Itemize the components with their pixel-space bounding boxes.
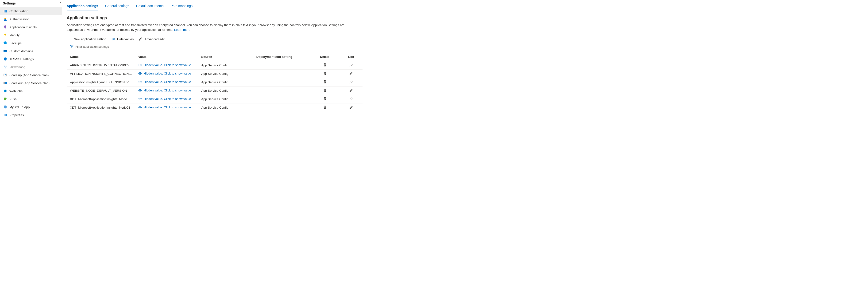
collapse-icon[interactable]: ▲	[59, 1, 61, 3]
delete-button[interactable]	[323, 72, 327, 75]
sidebar-item-tls-ssl-settings[interactable]: TLS/SSL settings	[0, 55, 62, 63]
sidebar-icon	[3, 49, 7, 53]
filter-input[interactable]	[75, 45, 139, 49]
sidebar-item-application-insights[interactable]: Application Insights	[0, 23, 62, 31]
hidden-value-button[interactable]: Hidden value. Click to show value	[138, 80, 191, 84]
delete-button[interactable]	[323, 88, 327, 92]
pencil-icon	[349, 97, 353, 101]
sidebar-item-label: TLS/SSL settings	[9, 57, 34, 61]
cell-slot	[253, 104, 310, 112]
sidebar-item-push[interactable]: Push	[0, 95, 62, 103]
th-slot[interactable]: Deployment slot setting	[253, 53, 310, 61]
sidebar-item-webjobs[interactable]: WebJobs	[0, 87, 62, 95]
edit-button[interactable]	[349, 80, 353, 84]
trash-icon	[323, 72, 327, 75]
sidebar-item-mysql-in-app[interactable]: MySQL In App	[0, 103, 62, 111]
tab-path-mappings[interactable]: Path mappings	[170, 3, 192, 11]
sidebar-icon	[3, 89, 7, 93]
edit-button[interactable]	[349, 72, 353, 75]
sidebar-item-label: Authentication	[9, 18, 30, 21]
sidebar-item-label: Properties	[9, 113, 24, 117]
svg-rect-0	[4, 10, 4, 12]
table-row: XDT_MicrosoftApplicationInsights_ModeHid…	[67, 95, 363, 104]
tab-default-documents[interactable]: Default documents	[136, 3, 164, 11]
svg-point-23	[140, 73, 141, 74]
svg-rect-1	[5, 10, 6, 12]
sidebar-icon	[3, 97, 7, 101]
svg-point-7	[5, 59, 5, 60]
sidebar-item-properties[interactable]: Properties	[0, 111, 62, 119]
edit-button[interactable]	[349, 97, 353, 101]
sidebar-item-label: MySQL In App	[9, 105, 30, 109]
pencil-icon	[349, 80, 353, 84]
pencil-icon	[139, 37, 143, 41]
trash-icon	[323, 80, 327, 84]
svg-rect-2	[6, 10, 7, 12]
sidebar-item-custom-domains[interactable]: Custom domains	[0, 47, 62, 55]
pencil-icon	[349, 63, 353, 67]
sidebar-item-authentication[interactable]: Authentication	[0, 15, 62, 23]
cell-slot	[253, 95, 310, 104]
hidden-value-button[interactable]: Hidden value. Click to show value	[138, 89, 191, 92]
sidebar-item-scale-out-app-service-plan-[interactable]: Scale out (App Service plan)	[0, 79, 62, 87]
th-value[interactable]: Value	[135, 53, 198, 61]
svg-rect-13	[5, 82, 7, 84]
cell-source: App Service Config	[198, 87, 253, 95]
svg-point-26	[140, 98, 141, 99]
sidebar-icon	[3, 25, 7, 29]
th-name[interactable]: Name	[67, 53, 135, 61]
new-setting-label: New application setting	[74, 37, 106, 41]
edit-button[interactable]	[349, 106, 353, 109]
section-description: Application settings are encrypted at re…	[67, 23, 355, 32]
hidden-value-button[interactable]: Hidden value. Click to show value	[138, 106, 191, 109]
table-row: XDT_MicrosoftApplicationInsights_NodeJSH…	[67, 104, 363, 112]
svg-point-25	[140, 90, 141, 91]
svg-rect-16	[4, 97, 6, 101]
hide-values-button[interactable]: Hide values	[112, 37, 134, 41]
tab-general-settings[interactable]: General settings	[105, 3, 129, 11]
delete-button[interactable]	[323, 105, 327, 109]
svg-rect-19	[5, 114, 6, 116]
sidebar-icon	[3, 81, 7, 85]
delete-button[interactable]	[323, 97, 327, 101]
pencil-icon	[349, 106, 353, 109]
sidebar-title: Settings	[0, 0, 62, 7]
cell-source: App Service Config	[198, 104, 253, 112]
sidebar-icon	[3, 33, 7, 37]
th-edit: Edit	[339, 53, 363, 61]
edit-button[interactable]	[349, 63, 353, 67]
delete-button[interactable]	[323, 63, 327, 67]
tab-application-settings[interactable]: Application settings	[67, 3, 98, 11]
table-row: WEBSITE_NODE_DEFAULT_VERSIONHidden value…	[67, 87, 363, 95]
sidebar-icon	[3, 17, 7, 21]
hidden-value-button[interactable]: Hidden value. Click to show value	[138, 63, 191, 67]
advanced-edit-button[interactable]: Advanced edit	[139, 37, 164, 41]
sidebar-item-identity[interactable]: Identity	[0, 31, 62, 39]
hidden-value-button[interactable]: Hidden value. Click to show value	[138, 72, 191, 75]
sidebar-icon	[3, 57, 7, 61]
sidebar: Settings ▲ ConfigurationAuthenticationAp…	[0, 0, 62, 120]
svg-rect-12	[3, 82, 5, 84]
sidebar-icon	[3, 105, 7, 109]
sidebar-item-networking[interactable]: Networking	[0, 63, 62, 71]
hidden-value-button[interactable]: Hidden value. Click to show value	[138, 97, 191, 101]
table-row: ApplicationInsightsAgent_EXTENSION_VERSI…	[67, 78, 363, 87]
pencil-icon	[349, 72, 353, 75]
hidden-value-label: Hidden value. Click to show value	[144, 97, 191, 101]
trash-icon	[323, 88, 327, 92]
sidebar-item-backups[interactable]: Backups	[0, 39, 62, 47]
settings-table: Name Value Source Deployment slot settin…	[67, 53, 363, 112]
sidebar-item-configuration[interactable]: Configuration	[0, 7, 62, 15]
sidebar-item-label: Networking	[9, 65, 25, 69]
delete-button[interactable]	[323, 80, 327, 84]
sidebar-item-label: WebJobs	[9, 89, 23, 93]
filter-box[interactable]	[68, 43, 141, 50]
edit-button[interactable]	[349, 89, 353, 92]
learn-more-link[interactable]: Learn more	[174, 28, 190, 31]
sidebar-item-scale-up-app-service-plan-[interactable]: Scale up (App Service plan)	[0, 71, 62, 79]
th-source[interactable]: Source	[198, 53, 253, 61]
cell-source: App Service Config	[198, 69, 253, 78]
hide-values-label: Hide values	[117, 37, 134, 41]
new-setting-button[interactable]: New application setting	[68, 37, 106, 41]
table-row: APPINSIGHTS_INSTRUMENTATIONKEYHidden val…	[67, 61, 363, 69]
